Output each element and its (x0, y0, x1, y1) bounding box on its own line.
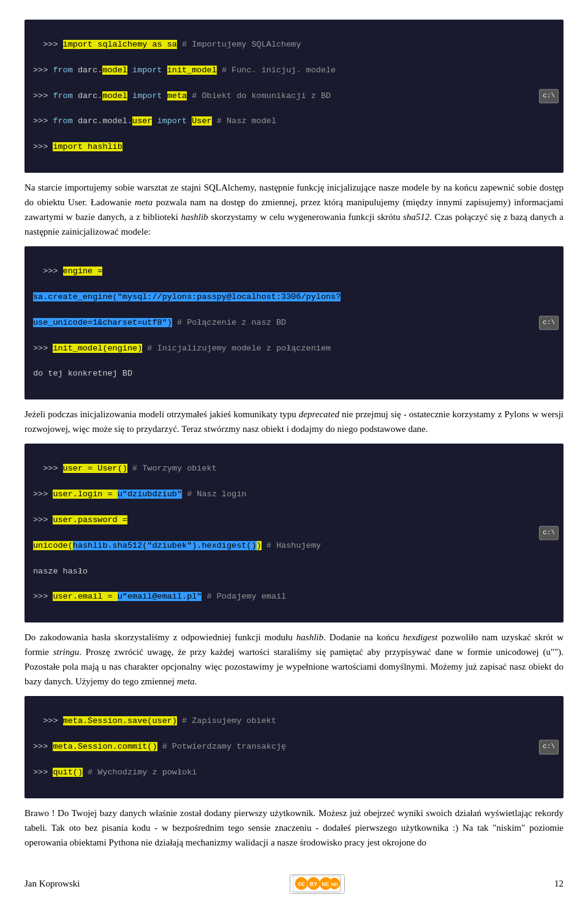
svg-text:ND: ND (331, 882, 338, 887)
svg-text:BY: BY (309, 881, 317, 887)
paragraph-4: Brawo ! Do Twojej bazy danych właśnie zo… (24, 806, 564, 850)
footer-author: Jan Koprowski (24, 879, 80, 889)
code-block-4: >>> meta.Session.save(user) # Zapisujemy… (24, 696, 564, 798)
cc-badge: cc BY NC ND (290, 874, 345, 894)
code-block-1: >>> import sqlalchemy as sa # Importujem… (24, 20, 564, 173)
paragraph-3: Do zakodowania hasła skorzystaliśmy z od… (24, 630, 564, 689)
footer-page: 12 (554, 879, 564, 889)
code-block-2: >>> engine = sa.create_engine("mysql://p… (24, 246, 564, 399)
svg-text:cc: cc (298, 880, 305, 887)
paragraph-1: Na starcie importujemy sobie warsztat ze… (24, 180, 564, 239)
paragraph-2: Jeżeli podczas inicjalizowania modeli ot… (24, 407, 564, 436)
code-block-3: >>> user = User() # Tworzymy obiekt >>> … (24, 444, 564, 622)
cc-icon: cc BY NC ND (293, 876, 342, 893)
footer: Jan Koprowski cc BY NC ND 12 (24, 868, 564, 894)
